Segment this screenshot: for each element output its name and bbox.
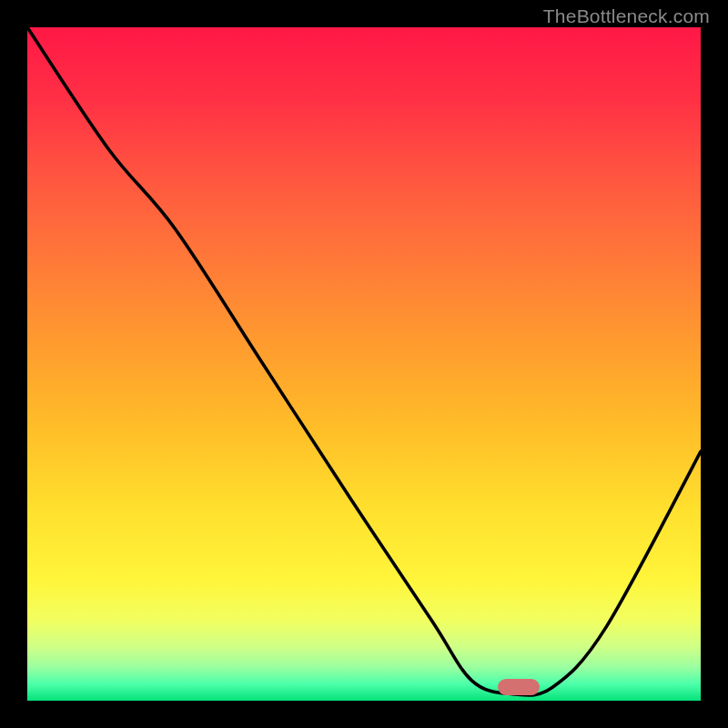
optimal-marker: [498, 679, 540, 695]
watermark-label: TheBottleneck.com: [543, 5, 710, 27]
plot-area: [27, 27, 701, 701]
bottleneck-curve: [27, 27, 701, 701]
chart-frame: TheBottleneck.com: [0, 0, 728, 728]
